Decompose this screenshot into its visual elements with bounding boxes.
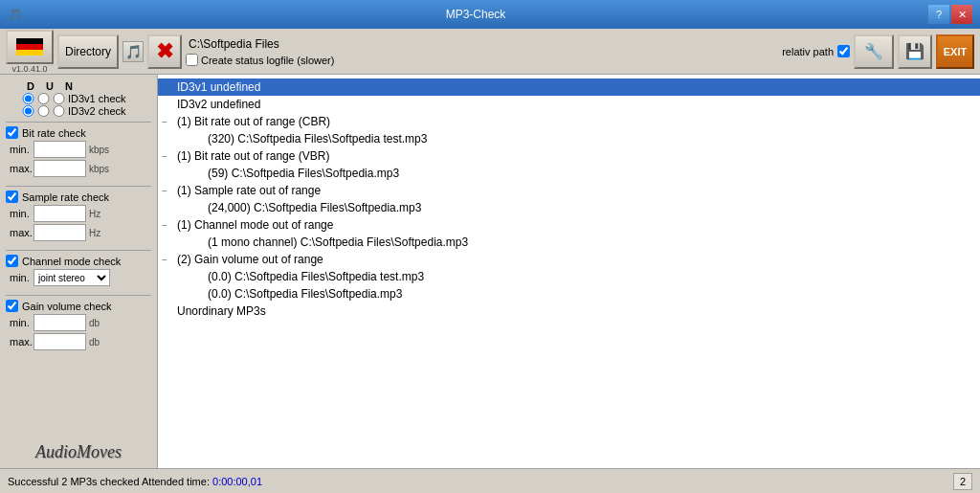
tree-item[interactable]: (59) C:\Softpedia Files\Softpedia.mp3 bbox=[158, 165, 980, 182]
cancel-button[interactable]: ✖ bbox=[147, 34, 182, 69]
music-icon: 🎵 bbox=[122, 41, 144, 62]
tree-item-text: (0.0) C:\Softpedia Files\Softpedia.mp3 bbox=[208, 287, 402, 301]
tree-item[interactable]: ID3v2 undefined bbox=[158, 96, 980, 113]
channel-mode-check-row: Channel mode check bbox=[6, 255, 151, 267]
status-bar: Successful 2 MP3s checked Attended time:… bbox=[0, 468, 980, 493]
sample-max-input[interactable]: 44100 bbox=[33, 224, 86, 241]
path-area: C:\Softpedia Files Create status logfile… bbox=[186, 36, 778, 66]
title-bar-controls: ? ✕ bbox=[928, 5, 972, 24]
gain-volume-checkbox[interactable] bbox=[6, 300, 18, 312]
wrench-icon: 🔧 bbox=[864, 42, 883, 60]
directory-label: Directory bbox=[65, 45, 111, 58]
exit-button[interactable]: EXIT bbox=[936, 34, 974, 69]
sample-rate-check-row: Sample rate check bbox=[6, 190, 151, 203]
german-flag bbox=[16, 38, 43, 56]
settings-button[interactable]: 🔧 bbox=[854, 34, 894, 69]
status-log-row: Create status logfile (slower) bbox=[186, 54, 778, 66]
relativ-path-label: relativ path bbox=[782, 46, 834, 57]
tree-item[interactable]: − (1) Bit rate out of range (CBR) bbox=[158, 113, 980, 130]
sample-rate-section: Sample rate check min. 44100 Hz max. 441… bbox=[6, 190, 151, 243]
toolbar: v1.0.41.0 Directory 🎵 ✖ C:\Softpedia Fil… bbox=[0, 29, 980, 75]
sample-max-unit: Hz bbox=[89, 228, 116, 238]
sample-rate-checkbox[interactable] bbox=[6, 190, 18, 203]
divider-1 bbox=[6, 122, 151, 123]
tree-item[interactable]: Unordinary MP3s bbox=[158, 303, 980, 320]
tree-item[interactable]: (1 mono channel) C:\Softpedia Files\Soft… bbox=[158, 234, 980, 251]
exit-label: EXIT bbox=[944, 46, 967, 57]
id3v2-check-row: ID3v2 check bbox=[6, 105, 151, 117]
tree-item-text: (1) Bit rate out of range (VBR) bbox=[177, 149, 329, 163]
id3v1-radio-d[interactable] bbox=[22, 93, 34, 104]
tree-item[interactable]: (24,000) C:\Softpedia Files\Softpedia.mp… bbox=[158, 199, 980, 216]
logo-text: AudioMoves bbox=[35, 442, 122, 462]
gain-max-row: max. 95.5 db bbox=[6, 333, 151, 350]
left-panel: D U N ID3v1 check ID3v2 check Bit rate c… bbox=[0, 75, 158, 468]
close-button[interactable]: ✕ bbox=[951, 5, 972, 24]
tree-item-text: (1) Channel mode out of range bbox=[177, 218, 333, 232]
tree-expand-icon[interactable]: − bbox=[162, 186, 177, 196]
title-bar: 🎵 MP3-Check ? ✕ bbox=[0, 0, 980, 29]
tree-item[interactable]: (0.0) C:\Softpedia Files\Softpedia.mp3 bbox=[158, 285, 980, 303]
tree-item[interactable]: − (1) Channel mode out of range bbox=[158, 216, 980, 234]
gain-max-input[interactable]: 95.5 bbox=[33, 333, 86, 350]
tree-panel[interactable]: ID3v1 undefinedID3v2 undefined− (1) Bit … bbox=[158, 75, 980, 468]
save-icon: 💾 bbox=[905, 42, 924, 60]
channel-mode-min-label: min. bbox=[10, 272, 31, 283]
channel-mode-checkbox[interactable] bbox=[6, 255, 18, 267]
gain-max-unit: db bbox=[89, 337, 116, 347]
id3v1-radio-n[interactable] bbox=[53, 93, 65, 104]
logo-area: AudioMoves bbox=[6, 437, 151, 462]
tree-item[interactable]: (320) C:\Softpedia Files\Softpedia test.… bbox=[158, 130, 980, 147]
sample-rate-label: Sample rate check bbox=[22, 191, 109, 203]
save-button[interactable]: 💾 bbox=[898, 34, 932, 69]
title-bar-icon: 🎵 bbox=[8, 7, 23, 22]
bitrate-min-input[interactable]: 128 bbox=[33, 141, 86, 158]
directory-button[interactable]: Directory bbox=[57, 34, 119, 69]
sample-max-row: max. 44100 Hz bbox=[6, 224, 151, 241]
status-log-checkbox[interactable] bbox=[186, 54, 198, 66]
id3v2-radio-n[interactable] bbox=[53, 105, 65, 117]
sample-min-unit: Hz bbox=[89, 209, 116, 219]
tree-item-text: (0.0) C:\Softpedia Files\Softpedia test.… bbox=[208, 270, 424, 283]
tree-item-text: ID3v1 undefined bbox=[177, 80, 260, 94]
status-log-checkbox-wrapper: Create status logfile (slower) bbox=[186, 54, 334, 66]
sample-min-input[interactable]: 44100 bbox=[33, 205, 86, 222]
tree-item[interactable]: − (2) Gain volume out of range bbox=[158, 251, 980, 268]
id3v2-label: ID3v2 check bbox=[68, 105, 126, 117]
bitrate-max-input[interactable]: 230 bbox=[33, 160, 86, 177]
tree-item-text: (1 mono channel) C:\Softpedia Files\Soft… bbox=[208, 235, 468, 249]
divider-4 bbox=[6, 295, 151, 296]
tree-expand-icon[interactable]: − bbox=[162, 220, 177, 231]
tree-item[interactable]: ID3v1 undefined bbox=[158, 78, 980, 96]
bitrate-checkbox[interactable] bbox=[6, 126, 18, 139]
tree-expand-icon[interactable]: − bbox=[162, 151, 177, 162]
gain-min-row: min. 92.5 db bbox=[6, 314, 151, 331]
tree-item-text: (2) Gain volume out of range bbox=[177, 253, 323, 266]
bitrate-min-label: min. bbox=[10, 144, 31, 155]
bitrate-max-label: max. bbox=[10, 163, 31, 174]
tree-expand-icon[interactable]: − bbox=[162, 117, 177, 127]
bitrate-max-row: max. 230 kbps bbox=[6, 160, 151, 177]
gain-volume-check-row: Gain volume check bbox=[6, 300, 151, 312]
id3v1-radio-u[interactable] bbox=[37, 93, 50, 104]
tree-item[interactable]: − (1) Bit rate out of range (VBR) bbox=[158, 147, 980, 165]
language-button[interactable] bbox=[6, 30, 54, 64]
tree-item-text: ID3v2 undefined bbox=[177, 98, 260, 111]
col-u-header: U bbox=[40, 80, 59, 92]
id3v2-radio-u[interactable] bbox=[37, 105, 50, 117]
tree-item-text: (24,000) C:\Softpedia Files\Softpedia.mp… bbox=[208, 201, 421, 214]
tree-item[interactable]: − (1) Sample rate out of range bbox=[158, 182, 980, 199]
bitrate-check-label: Bit rate check bbox=[22, 127, 86, 139]
status-count: 2 bbox=[953, 473, 972, 490]
cancel-icon: ✖ bbox=[156, 39, 173, 64]
sample-min-label: min. bbox=[10, 208, 31, 219]
col-d-header: D bbox=[21, 80, 40, 92]
id3v2-radio-d[interactable] bbox=[22, 105, 34, 117]
channel-mode-select[interactable]: joint stereo bbox=[33, 269, 110, 286]
relativ-path-checkbox[interactable] bbox=[837, 45, 850, 57]
help-button[interactable]: ? bbox=[928, 5, 949, 24]
tree-expand-icon[interactable]: − bbox=[162, 255, 177, 265]
sample-max-label: max. bbox=[10, 227, 31, 238]
tree-item[interactable]: (0.0) C:\Softpedia Files\Softpedia test.… bbox=[158, 268, 980, 285]
gain-min-input[interactable]: 92.5 bbox=[33, 314, 86, 331]
